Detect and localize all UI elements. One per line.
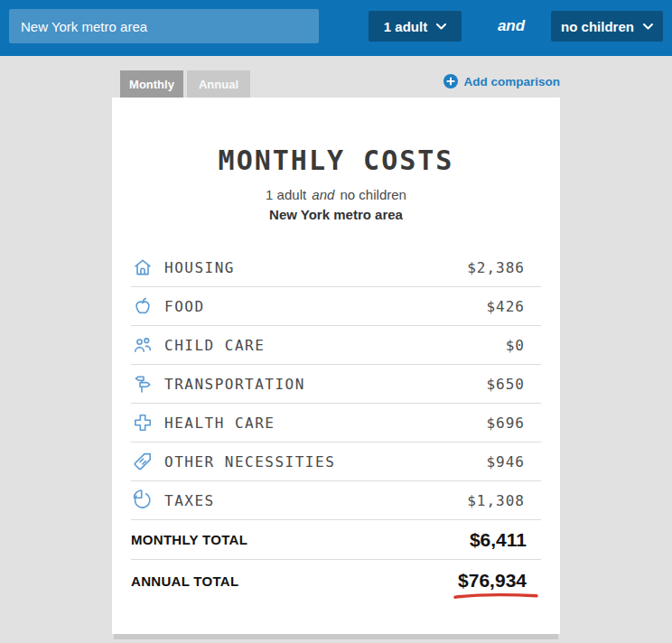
cost-row-label: FOOD — [164, 298, 486, 315]
card-title: MONTHLY COSTS — [112, 144, 560, 176]
cost-row-label: TRANSPORTATION — [164, 376, 486, 393]
children-icon — [131, 333, 154, 357]
pie-chart-icon — [131, 489, 154, 512]
subtitle-conjunction: and — [310, 187, 336, 202]
subtitle-children: no children — [341, 187, 406, 202]
cost-row-food: FOOD $426 — [131, 287, 541, 326]
children-select[interactable]: no children — [551, 11, 663, 42]
tab-monthly[interactable]: Monthly — [120, 70, 183, 98]
cost-row-value: $1,308 — [467, 492, 541, 509]
cost-row-label: OTHER NECESSITIES — [164, 453, 486, 471]
plus-circle-icon — [443, 74, 458, 89]
adults-select-value: 1 adult — [384, 19, 427, 34]
cost-row-child-care: CHILD CARE $0 — [131, 326, 541, 365]
card-subtitle: 1 adult and no children — [112, 187, 560, 203]
annual-total-row: ANNUAL TOTAL $76,934 — [131, 560, 541, 601]
conjunction-text: and — [484, 0, 538, 51]
cost-row-health-care: HEALTH CARE $696 — [131, 404, 541, 443]
cost-row-housing: HOUSING $2,386 — [131, 248, 541, 287]
cost-row-label: HEALTH CARE — [164, 415, 486, 432]
add-comparison-link[interactable]: Add comparison — [443, 74, 560, 89]
cost-row-value: $650 — [486, 376, 541, 393]
chevron-down-icon — [643, 23, 653, 30]
monthly-total-row: MONTHLY TOTAL $6,411 — [131, 520, 541, 560]
monthly-total-value: $6,411 — [470, 529, 541, 551]
cost-row-value: $0 — [506, 337, 541, 354]
monthly-total-label: MONTHLY TOTAL — [131, 532, 470, 547]
cost-row-label: CHILD CARE — [164, 337, 506, 354]
location-input[interactable] — [9, 9, 319, 43]
tab-annual[interactable]: Annual — [187, 70, 250, 98]
add-comparison-label: Add comparison — [463, 75, 560, 89]
signpost-icon — [131, 372, 154, 396]
children-select-value: no children — [561, 19, 634, 34]
header-bar: 1 adult and no children — [0, 0, 672, 56]
medical-cross-icon — [131, 411, 154, 434]
price-tag-icon — [131, 450, 154, 473]
cost-row-label: TAXES — [164, 492, 467, 509]
red-underline-mark — [453, 592, 538, 600]
cost-row-transportation: TRANSPORTATION $650 — [131, 365, 541, 404]
annual-total-label: ANNUAL TOTAL — [131, 573, 458, 589]
chevron-down-icon — [436, 23, 446, 30]
costs-table: HOUSING $2,386 FOOD $426 — [131, 248, 541, 601]
cost-row-label: HOUSING — [164, 259, 467, 276]
tabs-row: Monthly Annual Add comparison — [0, 70, 672, 98]
costs-card: MONTHLY COSTS 1 adult and no children Ne… — [112, 98, 560, 634]
apple-icon — [131, 294, 154, 318]
card-location: New York metro area — [112, 206, 560, 224]
cost-row-value: $946 — [486, 453, 541, 471]
cost-row-other-necessities: OTHER NECESSITIES $946 — [131, 443, 541, 481]
cost-row-value: $2,386 — [467, 259, 541, 276]
cost-row-value: $426 — [486, 298, 541, 315]
cost-row-value: $696 — [486, 415, 541, 432]
subtitle-adults: 1 adult — [266, 187, 306, 202]
annual-total-value: $76,934 — [458, 570, 527, 591]
cost-row-taxes: TAXES $1,308 — [131, 481, 541, 520]
adults-select[interactable]: 1 adult — [369, 11, 462, 42]
home-icon — [131, 256, 154, 279]
